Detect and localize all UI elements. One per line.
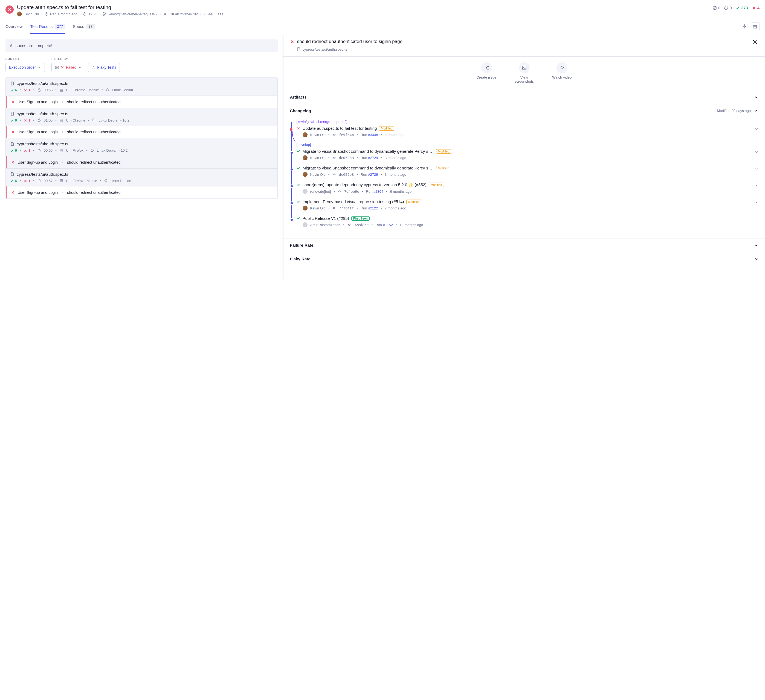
tab-test-results[interactable]: Test Results277 bbox=[30, 20, 65, 34]
filter-label: FILTER BY bbox=[52, 57, 120, 60]
svg-point-37 bbox=[334, 173, 335, 175]
spec-header[interactable]: cypress/tests/ui/auth.spec.ts 6 • 1 • 00… bbox=[6, 138, 277, 156]
svg-rect-14 bbox=[94, 66, 95, 67]
svg-rect-26 bbox=[60, 151, 63, 152]
test-item[interactable]: User Sign-up and Login should redirect u… bbox=[6, 126, 277, 138]
svg-rect-28 bbox=[60, 180, 63, 180]
commit-run[interactable]: Run #2122 bbox=[360, 206, 378, 210]
changelog-commit: Update auth.spec.ts to fail test for tes… bbox=[297, 126, 759, 137]
test-item[interactable]: User Sign-up and Login should redirect u… bbox=[6, 186, 277, 199]
test-item[interactable]: User Sign-up and Login should redirect u… bbox=[6, 96, 277, 108]
suite-name: User Sign-up and Login bbox=[17, 160, 58, 164]
create-issue-button[interactable]: Create issue bbox=[474, 62, 499, 84]
watch-video-button[interactable]: Watch video bbox=[550, 62, 574, 84]
expand-button[interactable] bbox=[755, 200, 759, 205]
tab-overview[interactable]: Overview bbox=[5, 20, 23, 34]
expand-button[interactable] bbox=[755, 167, 759, 171]
test-name: should redirect unauthenticated bbox=[67, 100, 120, 104]
svg-point-38 bbox=[339, 191, 340, 192]
spec-header[interactable]: cypress/tests/ui/auth.spec.ts 6 • 1 • 00… bbox=[6, 169, 277, 186]
expand-button[interactable] bbox=[755, 127, 759, 132]
branch-label: [kevin/gitlab-ci-merge-request-2] bbox=[297, 120, 759, 124]
check-icon bbox=[297, 166, 301, 170]
completion-banner: All specs are complete! bbox=[5, 39, 278, 52]
artifacts-header[interactable]: Artifacts bbox=[283, 90, 765, 104]
stat-passed: 273 bbox=[736, 5, 748, 10]
svg-point-40 bbox=[348, 224, 349, 225]
spec-group: cypress/tests/ui/auth.spec.ts 6 • 1 • 01… bbox=[6, 108, 277, 139]
commit-author: Kevin Old bbox=[310, 206, 326, 210]
svg-rect-21 bbox=[60, 120, 63, 121]
header-meta: Kevin Old • Ran a month ago • 19:23 • ke… bbox=[17, 11, 223, 16]
svg-point-39 bbox=[334, 207, 335, 209]
commit-hash: 7e4be6e bbox=[344, 189, 359, 194]
spec-header[interactable]: cypress/tests/ui/auth.spec.ts 6 • 1 • 00… bbox=[6, 78, 277, 96]
os-icon bbox=[90, 149, 94, 153]
branch-icon bbox=[103, 12, 107, 16]
specs-count-badge: 37 bbox=[87, 24, 94, 29]
os-icon bbox=[105, 88, 109, 92]
stat-failed: 4 bbox=[752, 5, 760, 10]
commit-author: Amir Rustamzadeh bbox=[310, 223, 341, 227]
commit-run[interactable]: Run #2364 bbox=[366, 189, 383, 194]
commit-icon bbox=[338, 189, 342, 193]
svg-rect-31 bbox=[486, 66, 489, 70]
commit-title: Implement Percy-based visual regression … bbox=[302, 199, 404, 204]
group-icon bbox=[59, 179, 63, 183]
svg-point-4 bbox=[105, 13, 106, 14]
svg-rect-29 bbox=[60, 181, 63, 181]
os: Linux Debian bbox=[112, 88, 133, 92]
svg-point-2 bbox=[104, 12, 104, 13]
duration: 01:05 bbox=[44, 118, 53, 122]
svg-rect-30 bbox=[60, 181, 63, 182]
group: UI - Firefox - Mobile bbox=[66, 179, 97, 183]
commit-run[interactable]: Run #2729 bbox=[360, 156, 378, 160]
passed-count: 6 bbox=[10, 88, 17, 92]
commit-icon bbox=[332, 133, 336, 137]
sort-dropdown[interactable]: Execution order bbox=[5, 63, 45, 72]
commit-run[interactable]: Run #3448 bbox=[360, 133, 378, 137]
clock-icon bbox=[45, 12, 49, 16]
commit-title: Migrate to visualSnapshot command to dyn… bbox=[302, 149, 434, 154]
view-screenshots-button[interactable]: View screenshots bbox=[512, 62, 537, 84]
commit-ago: 3 months ago bbox=[385, 172, 406, 177]
svg-rect-33 bbox=[522, 66, 526, 69]
os: Linux Debian - 10.2 bbox=[97, 148, 128, 153]
chevron-down-icon bbox=[78, 65, 82, 69]
duration: 00:57 bbox=[44, 179, 53, 183]
filter-failed[interactable]: Failed bbox=[52, 63, 85, 72]
tab-specs[interactable]: Specs37 bbox=[73, 20, 94, 34]
filter-flaky[interactable]: Flaky Tests bbox=[88, 63, 120, 72]
chevron-right-icon bbox=[60, 191, 64, 194]
os: Linux Debian - 10.2 bbox=[99, 118, 129, 122]
archive-icon[interactable] bbox=[751, 22, 760, 31]
changelog-header[interactable]: Changelog Modified 29 days ago bbox=[283, 104, 765, 117]
test-item[interactable]: User Sign-up and Login should redirect u… bbox=[6, 156, 277, 169]
commit-run[interactable]: Run #1152 bbox=[375, 223, 393, 227]
commit-run[interactable]: Run #2729 bbox=[360, 172, 378, 177]
x-icon bbox=[11, 161, 15, 164]
file-icon bbox=[10, 172, 14, 176]
spec-group: cypress/tests/ui/auth.spec.ts 6 • 1 • 00… bbox=[6, 169, 277, 199]
expand-button[interactable] bbox=[755, 150, 759, 155]
kebab-menu[interactable] bbox=[218, 13, 223, 14]
check-icon bbox=[297, 183, 301, 187]
changelog-commit: Public Release V1 (#295) First Seen Amir… bbox=[297, 216, 759, 227]
flash-icon[interactable] bbox=[740, 22, 749, 32]
passed-count: 6 bbox=[10, 118, 17, 123]
failure-rate-header[interactable]: Failure Rate bbox=[283, 238, 765, 252]
chevron-right-icon bbox=[60, 100, 64, 104]
commit-hash: fe5f04b bbox=[339, 133, 354, 137]
spec-header[interactable]: cypress/tests/ui/auth.spec.ts 6 • 1 • 01… bbox=[6, 108, 277, 126]
expand-button[interactable] bbox=[755, 183, 759, 188]
commit-hash: dc052b8 bbox=[339, 156, 354, 160]
failed-count: 1 bbox=[24, 148, 30, 153]
close-button[interactable] bbox=[752, 39, 759, 46]
results-sidebar: All specs are complete! SORT BY Executio… bbox=[0, 34, 283, 280]
commit-icon bbox=[347, 223, 351, 227]
x-icon bbox=[11, 130, 15, 134]
x-icon bbox=[290, 39, 294, 44]
flaky-rate-header[interactable]: Flaky Rate bbox=[283, 252, 765, 266]
svg-rect-9 bbox=[55, 66, 57, 67]
flaky-rate-section: Flaky Rate bbox=[283, 252, 765, 266]
